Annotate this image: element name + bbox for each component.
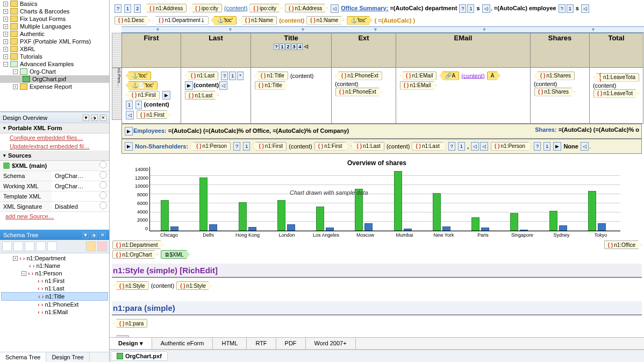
tree-item-xbrl[interactable]: +XBRL <box>0 45 109 53</box>
tag-xml-close[interactable]: 🗎$XML <box>161 250 190 259</box>
source-row-working-xml[interactable]: Working XMLOrgChar… <box>0 181 109 191</box>
dropdown-icon[interactable]: ▼ <box>82 232 89 238</box>
source-row-schema[interactable]: SchemaOrgChar… <box>0 171 109 181</box>
tree-item-charts-barcodes[interactable]: +Charts & Barcodes <box>0 8 109 15</box>
bar-delhi-share2 <box>209 224 217 231</box>
gear-icon[interactable] <box>99 161 107 168</box>
tree-item-authentic[interactable]: +Authentic <box>0 30 109 38</box>
schema-item-n1-title[interactable]: ‹ ›n1:Title <box>1 292 108 301</box>
tag-para-open[interactable]: ( )n1:para <box>113 319 147 328</box>
chart-annotation: Chart drawn with sample data <box>290 189 368 196</box>
gear-icon[interactable] <box>99 191 107 199</box>
tree-item-pxf-portable-xml-forms-[interactable]: +PXF (Portable XML Forms) <box>0 38 109 45</box>
content-placeholder[interactable]: (content) <box>224 5 247 11</box>
one-btn[interactable]: 1 <box>124 4 131 13</box>
close-icon[interactable]: ✕ <box>100 115 106 121</box>
toolbar-btn-7[interactable] <box>97 242 107 251</box>
schema-item-n1-department[interactable]: +‹ ›n1:Department <box>1 254 108 262</box>
pxf-section-header[interactable]: ▾Portable XML Form <box>0 123 109 133</box>
tag-address-close[interactable]: ( )n1:Address <box>285 4 328 12</box>
schema-item-n1-name[interactable]: ‹ ›n1:Name <box>1 262 108 269</box>
tag-toc-1[interactable]: ⚓'toc' <box>211 16 237 25</box>
bar-mumbai-share2 <box>404 229 412 231</box>
schema-item-n1-person[interactable]: −‹ ›n1:Person <box>1 269 108 277</box>
two-btn[interactable]: 2 <box>134 4 141 13</box>
toolbar-btn-2[interactable] <box>13 242 23 251</box>
tag-ipo-city-open[interactable]: ( )ipo:city <box>189 4 222 12</box>
tree-item-fix-layout-forms[interactable]: +Fix Layout Forms <box>0 15 109 23</box>
tag-style-close[interactable]: ( )n1:Style <box>176 281 212 290</box>
main-source-row[interactable]: $XML (main) <box>0 161 109 171</box>
view-tab-design-[interactable]: Design ▾ <box>110 338 152 349</box>
tag-orgchart-close[interactable]: ( )n1:OrgChart <box>112 250 158 259</box>
tag-department[interactable]: ( )n1:Department⥙ <box>153 16 209 25</box>
tree-item-tutorials[interactable]: +Tutorials <box>0 53 109 60</box>
pin-icon[interactable]: ⬗ <box>91 115 98 121</box>
autocalc-emp: =(AutoCalc) employee <box>494 5 556 11</box>
source-row-xml-signature[interactable]: XML SignatureDisabled <box>0 202 109 212</box>
file-tab-orgchart[interactable]: OrgChart.pxf <box>111 351 168 361</box>
view-tab-word-2007-[interactable]: Word 2007+ <box>306 338 356 349</box>
schema-item-n1-last[interactable]: ‹ ›n1:Last <box>1 285 108 292</box>
toolbar-btn-4[interactable] <box>36 242 46 251</box>
tree-item-expense-report[interactable]: +Expense Report <box>0 83 109 90</box>
nav-left-btn[interactable]: ◁ <box>331 4 339 13</box>
content-label: (content) <box>279 17 304 23</box>
col-last: Last <box>209 34 223 42</box>
cell-title: ( )n1:Title (content) ( )n1:Title <box>251 67 332 123</box>
tag-office-close[interactable]: ( )n1:Office <box>604 240 641 249</box>
tag-desc-close[interactable]: ( )n1:Desc <box>115 16 150 25</box>
row-handle-body[interactable]: n1:Pers… <box>112 68 123 120</box>
tab-schema-tree[interactable]: Schema Tree <box>0 352 46 362</box>
toolbar-btn-1[interactable] <box>2 242 12 251</box>
gear-icon[interactable] <box>99 202 107 209</box>
bar-los-angeles-share1 <box>316 207 324 231</box>
bar-mumbai-share1 <box>394 171 402 231</box>
bar-london-share2 <box>287 224 295 231</box>
configure-embedded-link[interactable]: Configure embedded files… <box>0 133 109 142</box>
view-tab-authentic-eform[interactable]: Authentic eForm <box>152 338 213 349</box>
autocalc-dept: =(AutoCalc) department <box>390 5 457 11</box>
row-handle-header[interactable] <box>112 33 123 68</box>
q-btn[interactable]: ? <box>115 4 121 13</box>
non-shareholders-row: ▶ Non-Shareholders: ( )n1:Person ? 1 ( )… <box>121 139 642 154</box>
pin-icon[interactable]: ⬗ <box>91 232 97 238</box>
x-axis: ChicagoDelhiHong KongLondonLos AngelesMo… <box>149 231 620 238</box>
tree-item-basics[interactable]: +Basics <box>0 0 109 8</box>
bar-chicago-share1 <box>161 200 169 231</box>
schema-item-n1-first[interactable]: ‹ ›n1:First <box>1 277 108 285</box>
tree-item-advanced-examples[interactable]: −Advanced Examples <box>0 60 109 68</box>
tag-name-close[interactable]: ( )n1:Name <box>306 16 344 25</box>
tag-ipo-city-close[interactable]: ( )ipo:city <box>249 4 282 12</box>
tag-style-open[interactable]: ( )n1:Style <box>113 281 149 290</box>
update-extract-link[interactable]: Update/extract embedded fil… <box>0 142 109 151</box>
bar-london-share1 <box>277 200 285 231</box>
gear-icon[interactable] <box>99 181 107 189</box>
gear-icon[interactable] <box>99 171 107 179</box>
tree-item-orgchart-pxf[interactable]: OrgChart.pxf <box>0 75 109 83</box>
sources-section-header[interactable]: ▾Sources <box>0 151 109 161</box>
toolbar-btn-6[interactable] <box>86 242 96 251</box>
view-tab-html[interactable]: HTML <box>213 338 247 349</box>
bar-hong-kong-share1 <box>239 202 247 231</box>
tree-item-multiple-languages[interactable]: +Multiple Languages <box>0 23 109 30</box>
schema-item-n1-email[interactable]: ‹ ›n1:EMail <box>1 308 108 316</box>
tag-address-open[interactable]: ( )n1:Address <box>144 4 187 12</box>
source-row-template-xml[interactable]: Template XML <box>0 191 109 202</box>
tag-fp[interactable]: $p <box>113 335 129 337</box>
toolbar-btn-5[interactable] <box>47 242 57 251</box>
cell-last: ( )n1:Last ?1* ▶(content)◁ ( )n1:Last <box>181 67 251 123</box>
tag-name-open[interactable]: ( )n1:Name <box>239 16 277 25</box>
schema-item-n1-phoneext[interactable]: ‹ ›n1:PhoneExt <box>1 301 108 308</box>
view-tab-rtf[interactable]: RTF <box>247 338 276 349</box>
bar-delhi-share1 <box>199 178 207 231</box>
close-icon[interactable]: ✕ <box>99 232 106 238</box>
toolbar-btn-3[interactable] <box>25 242 34 251</box>
tree-item-org-chart[interactable]: −Org-Chart <box>0 68 109 75</box>
tag-department-close[interactable]: ( )n1:Department <box>112 240 164 249</box>
dropdown-icon[interactable]: ▼ <box>83 115 89 121</box>
tag-toc-2[interactable]: ⚓'toc' <box>347 16 372 25</box>
view-tab-pdf[interactable]: PDF <box>276 338 306 349</box>
tab-design-tree[interactable]: Design Tree <box>46 352 89 362</box>
add-source-link[interactable]: add new Source… <box>0 212 109 221</box>
